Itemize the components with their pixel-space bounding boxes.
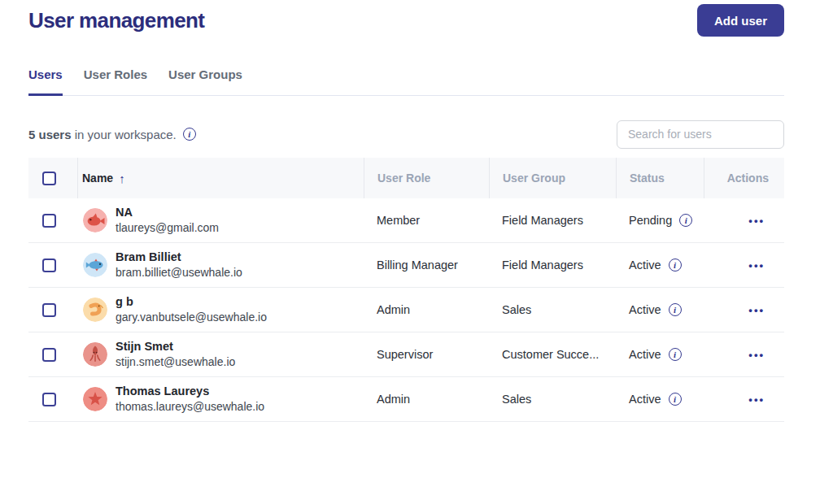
table-row: Bram Billiet bram.billiet@usewhale.io Bi…: [28, 243, 784, 288]
user-name: NA: [116, 205, 219, 220]
status-info-icon[interactable]: i: [669, 393, 682, 406]
user-role: Billing Manager: [364, 259, 489, 272]
user-group: Customer Succe...: [489, 348, 616, 361]
workspace-summary: 5 users in your workspace. i: [28, 128, 196, 141]
user-role: Member: [364, 214, 489, 227]
table-row: g b gary.vanbutsele@usewhale.io Admin Sa…: [28, 288, 784, 332]
red-fish-icon: [83, 208, 107, 232]
column-header-role: User Role: [364, 158, 489, 198]
column-header-status: Status: [616, 158, 704, 198]
tab-user-roles[interactable]: User Roles: [84, 67, 147, 96]
info-icon[interactable]: i: [183, 128, 196, 141]
row-checkbox[interactable]: [42, 214, 56, 228]
user-email: thomas.laureys@usewhale.io: [116, 399, 264, 415]
column-header-name[interactable]: Name ↑: [77, 158, 364, 198]
status-badge: Pending: [629, 214, 672, 227]
user-name: g b: [116, 294, 267, 310]
add-user-button[interactable]: Add user: [697, 4, 784, 37]
user-role: Supervisor: [364, 348, 489, 361]
row-checkbox[interactable]: [42, 348, 56, 362]
name-header-label: Name: [82, 172, 113, 185]
row-actions-menu-icon[interactable]: •••: [748, 212, 765, 229]
tab-users[interactable]: Users: [28, 67, 63, 96]
user-email: stijn.smet@usewhale.io: [116, 354, 235, 370]
shrimp-icon: [83, 298, 107, 322]
user-group: Sales: [489, 303, 616, 316]
user-role: Admin: [364, 303, 489, 316]
summary-text: 5 users in your workspace.: [28, 128, 177, 141]
user-name: Bram Billiet: [116, 250, 242, 265]
row-checkbox[interactable]: [42, 259, 56, 272]
page-title: User management: [28, 8, 204, 33]
sort-ascending-icon: ↑: [119, 172, 125, 185]
column-header-group: User Group: [489, 158, 616, 198]
row-actions-menu-icon[interactable]: •••: [748, 391, 765, 408]
summary-suffix: in your workspace.: [72, 128, 177, 141]
status-badge: Active: [629, 259, 661, 272]
search-input[interactable]: [617, 120, 784, 149]
table-row: Stijn Smet stijn.smet@usewhale.io Superv…: [28, 332, 784, 377]
users-table: Name ↑ User Role User Group Status Actio…: [28, 158, 784, 422]
status-info-icon[interactable]: i: [669, 259, 682, 272]
user-group: Field Managers: [489, 259, 616, 272]
topbar: User management Add user: [28, 4, 784, 37]
table-header-row: Name ↑ User Role User Group Status Actio…: [28, 158, 784, 198]
user-role: Admin: [364, 393, 489, 406]
user-group: Sales: [489, 393, 616, 406]
user-name: Thomas Laureys: [116, 384, 264, 399]
table-row: Thomas Laureys thomas.laureys@usewhale.i…: [28, 377, 784, 422]
tab-user-groups[interactable]: User Groups: [168, 67, 242, 96]
row-actions-menu-icon[interactable]: •••: [748, 302, 765, 319]
user-group: Field Managers: [489, 214, 616, 227]
table-row: NA tlaureys@gmail.com Member Field Manag…: [28, 198, 784, 243]
user-count: 5 users: [28, 128, 72, 141]
status-info-icon[interactable]: i: [679, 214, 692, 227]
select-all-cell: [28, 158, 77, 198]
status-info-icon[interactable]: i: [669, 348, 682, 361]
meta-row: 5 users in your workspace. i: [28, 119, 784, 149]
user-email: gary.vanbutsele@usewhale.io: [116, 310, 267, 325]
row-actions-menu-icon[interactable]: •••: [748, 257, 765, 274]
select-all-checkbox[interactable]: [42, 172, 56, 185]
squid-icon: [83, 342, 107, 367]
user-name: Stijn Smet: [116, 339, 235, 354]
user-email: bram.billiet@usewhale.io: [116, 265, 242, 280]
user-email: tlaureys@gmail.com: [116, 220, 219, 236]
starfish-icon: [83, 387, 107, 411]
row-checkbox[interactable]: [42, 303, 56, 317]
status-badge: Active: [629, 348, 661, 361]
status-badge: Active: [629, 303, 661, 316]
row-checkbox[interactable]: [42, 393, 56, 406]
user-management-page: User management Add user Users User Role…: [0, 0, 833, 504]
column-header-actions: Actions: [704, 158, 784, 198]
blue-fish-icon: [83, 253, 107, 277]
tab-bar: Users User Roles User Groups: [28, 67, 784, 96]
status-info-icon[interactable]: i: [669, 303, 682, 316]
row-actions-menu-icon[interactable]: •••: [748, 346, 765, 363]
status-badge: Active: [629, 393, 661, 406]
